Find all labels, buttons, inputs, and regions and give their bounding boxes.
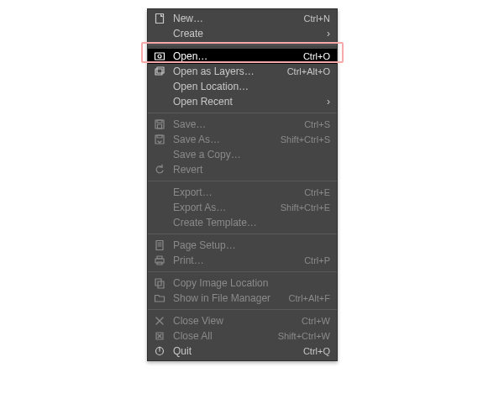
menu-item-label: Open Recent (173, 96, 317, 108)
menu-item: Copy Image Location (148, 276, 337, 291)
menu-item: Export As…Shift+Ctrl+E (148, 200, 337, 215)
menu-item[interactable]: Open Location… (148, 79, 337, 94)
menu-item-label: Close View (173, 315, 293, 327)
svg-point-2 (158, 55, 161, 58)
chevron-right-icon: › (322, 28, 330, 39)
menu-item: Save As…Shift+Ctrl+S (148, 132, 337, 147)
menu-item-shortcut: Ctrl+Q (303, 346, 330, 356)
menu-item-label: Save… (173, 118, 296, 130)
menu-item-label: Open as Layers… (173, 66, 279, 77)
menu-item-shortcut: Ctrl+N (304, 13, 330, 24)
menu-item-label: Page Setup… (173, 239, 330, 251)
menu-item[interactable]: Open as Layers…Ctrl+Alt+O (148, 64, 337, 79)
menu-item-shortcut: Ctrl+Alt+O (287, 66, 330, 76)
menu-item-label: Export… (173, 186, 296, 198)
revert-icon (153, 163, 166, 176)
menu-item[interactable]: New…Ctrl+N (148, 11, 337, 26)
menu-item: Close AllShift+Ctrl+W (148, 328, 337, 344)
menu-item-label: Export As… (173, 202, 272, 213)
menu-item-label: Close All (173, 330, 270, 342)
blank-icon (153, 80, 166, 93)
menu-item-shortcut: Ctrl+Alt+F (288, 293, 330, 303)
menu-separator (148, 113, 337, 113)
menu-item-label: Create Template… (173, 217, 330, 228)
menu-separator (148, 181, 337, 181)
blank-icon (153, 201, 166, 214)
chevron-right-icon: › (322, 96, 330, 108)
menu-item[interactable]: Open Recent› (148, 94, 337, 109)
open-icon (153, 50, 166, 63)
close-icon (153, 314, 166, 328)
menu-item-shortcut: Shift+Ctrl+S (281, 134, 330, 144)
menu-item-shortcut: Ctrl+P (304, 255, 330, 265)
closeall-icon (153, 329, 166, 343)
menu-item-label: New… (173, 13, 296, 24)
menu-item: Create Template… (148, 215, 337, 230)
saveas-icon (153, 133, 166, 146)
folder-icon (153, 291, 166, 305)
menu-item: Print…Ctrl+P (148, 253, 337, 268)
menu-item-label: Print… (173, 255, 296, 266)
svg-rect-15 (157, 256, 162, 259)
blank-icon (153, 216, 166, 229)
quit-icon (153, 344, 166, 358)
svg-rect-7 (158, 124, 162, 129)
blank-icon (153, 27, 166, 40)
menu-item-label: Quit (173, 345, 295, 357)
menu-item-shortcut: Shift+Ctrl+W (278, 331, 330, 341)
menu-item: Save…Ctrl+S (148, 117, 337, 132)
menu-item[interactable]: Create› (148, 26, 337, 41)
menu-item: Save a Copy… (148, 147, 337, 162)
svg-rect-1 (155, 53, 165, 60)
menu-item[interactable]: QuitCtrl+Q (148, 344, 337, 359)
blank-icon (153, 148, 166, 161)
svg-rect-3 (155, 69, 162, 75)
menu-item-label: Open Location… (173, 81, 330, 92)
svg-rect-4 (157, 67, 164, 73)
menu-item: Show in File ManagerCtrl+Alt+F (148, 291, 337, 306)
menu-item-label: Show in File Manager (173, 292, 280, 304)
menu-separator (148, 45, 337, 45)
save-icon (153, 118, 166, 131)
menu-item-label: Save a Copy… (173, 149, 330, 160)
print-icon (153, 254, 166, 267)
menu-item: Close ViewCtrl+W (148, 313, 337, 328)
file-menu[interactable]: New…Ctrl+NCreate›Open…Ctrl+OOpen as Laye… (147, 8, 338, 361)
menu-item-label: Open… (173, 50, 295, 62)
menu-item-label: Create (173, 28, 317, 39)
menu-item: Page Setup… (148, 238, 337, 253)
svg-rect-6 (157, 120, 162, 123)
page-icon (153, 239, 166, 252)
blank-icon (153, 95, 166, 108)
menu-item-label: Save As… (173, 134, 272, 145)
menu-item-shortcut: Shift+Ctrl+E (281, 202, 330, 213)
menu-item-shortcut: Ctrl+O (303, 51, 330, 61)
menu-item-shortcut: Ctrl+S (304, 119, 330, 129)
menu-separator (148, 234, 337, 234)
new-icon (153, 12, 166, 25)
blank-icon (153, 186, 166, 199)
menu-separator (148, 309, 337, 310)
menu-item-label: Copy Image Location (173, 277, 330, 289)
copy-icon (153, 276, 166, 290)
layers-icon (153, 65, 166, 78)
menu-item: Revert (148, 162, 337, 177)
svg-rect-0 (156, 14, 164, 24)
menu-item[interactable]: Open…Ctrl+O (148, 49, 337, 64)
svg-rect-9 (157, 135, 162, 138)
menu-item: Export…Ctrl+E (148, 185, 337, 200)
menu-separator (148, 271, 337, 272)
menu-item-shortcut: Ctrl+E (304, 187, 330, 197)
menu-item-label: Revert (173, 164, 330, 176)
svg-rect-10 (156, 241, 163, 250)
menu-item-shortcut: Ctrl+W (302, 316, 330, 326)
